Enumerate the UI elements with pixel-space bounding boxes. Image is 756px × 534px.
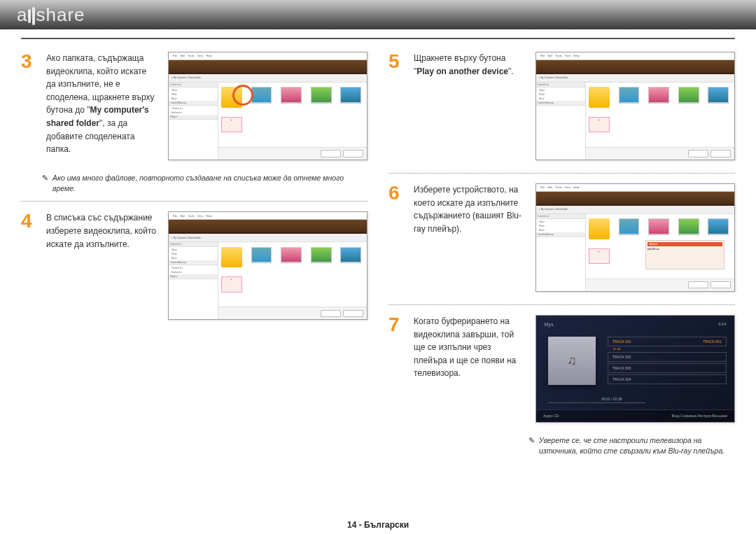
logo-a: a: [17, 4, 27, 25]
step-7-screenshot: Муз. 1/14 TRACK 001TRACK 001 02:38 TRACK…: [536, 315, 735, 423]
separator: [388, 304, 735, 305]
track-item[interactable]: TRACK 002: [608, 352, 727, 362]
note-icon: ✎: [528, 435, 535, 456]
step-7: 7 Когато буферирането на видеоклипа завъ…: [388, 315, 735, 423]
logo-share: share: [36, 4, 85, 25]
tv-time: 00:01 / 02:38: [601, 397, 622, 401]
transfer-button[interactable]: [343, 310, 363, 317]
step-6-screenshot: FileEditToolsViewHelp ▸ My Computer's Sh…: [536, 183, 735, 292]
step-5: 5 Щракнете върху бутона "Play on another…: [388, 52, 735, 160]
step-4: 4 В списъка със съдържание изберете виде…: [21, 211, 368, 320]
left-column: 3 Ако папката, съдържаща видеоклипа, кой…: [21, 52, 368, 463]
track-item[interactable]: TRACK 001TRACK 001: [608, 337, 727, 346]
play-on-device-button[interactable]: [688, 150, 708, 157]
header-bar: ashare: [0, 0, 756, 29]
play-on-device-button[interactable]: [688, 281, 708, 288]
play-on-device-button[interactable]: [321, 150, 341, 157]
track-item[interactable]: TRACK 004: [608, 374, 727, 384]
transfer-button[interactable]: [710, 281, 731, 288]
step-6: 6 Изберете устройството, на което искате…: [388, 183, 735, 292]
step-4-text: В списъка със съдържание изберете видеок…: [46, 211, 158, 251]
step-3-screenshot: FileEditToolsViewHelp ▸ My Computer's Sh…: [168, 52, 368, 160]
step-number: 5: [388, 52, 404, 160]
step-3-note: ✎ Ако има много файлове, повторното създ…: [42, 173, 368, 194]
play-on-device-button[interactable]: [321, 310, 341, 317]
album-cover-icon: [548, 337, 596, 384]
step-number: 7: [388, 315, 404, 423]
step-7-text: Когато буферирането на видеоклипа завърш…: [414, 315, 526, 380]
step-6-text: Изберете устройството, на което искате д…: [414, 183, 526, 235]
step-4-screenshot: FileEditToolsViewHelp ▸ My Computer's Sh…: [168, 211, 368, 320]
separator: [21, 201, 368, 202]
right-column: 5 Щракнете върху бутона "Play on another…: [388, 52, 735, 463]
content-area: 3 Ако папката, съдържаща видеоклипа, кой…: [0, 39, 756, 470]
step-number: 4: [21, 211, 36, 320]
step-number: 6: [388, 183, 404, 292]
tv-title: Муз.: [544, 322, 554, 327]
device-popup[interactable]: [BD]xxxx calla-001.avi: [645, 240, 724, 270]
track-list: TRACK 001TRACK 001 02:38 TRACK 002 TRACK…: [608, 337, 727, 384]
progress-bar[interactable]: [548, 402, 645, 403]
allshare-logo: ashare: [17, 4, 85, 26]
separator: [388, 173, 735, 174]
step-number: 3: [21, 52, 36, 160]
note-icon: ✎: [42, 173, 48, 194]
tv-bottom-bar: Аудио CD Вход Страница Инструм Връщане: [536, 409, 734, 422]
page-footer: 14 - Български: [0, 520, 756, 530]
step-3-text: Ако папката, съдържаща видеоклипа, който…: [46, 52, 158, 156]
track-item[interactable]: TRACK 003: [608, 363, 727, 373]
transfer-button[interactable]: [343, 150, 363, 157]
transfer-button[interactable]: [710, 150, 731, 157]
step-5-text: Щракнете върху бутона "Play on another d…: [414, 52, 526, 78]
step-3: 3 Ако папката, съдържаща видеоклипа, кой…: [21, 52, 368, 160]
step-7-note: ✎ Уверете се, че сте настроили телевизор…: [528, 435, 735, 456]
tv-count: 1/14: [718, 322, 727, 326]
step-5-screenshot: FileEditToolsViewHelp ▸ My Computer's Sh…: [536, 52, 735, 160]
